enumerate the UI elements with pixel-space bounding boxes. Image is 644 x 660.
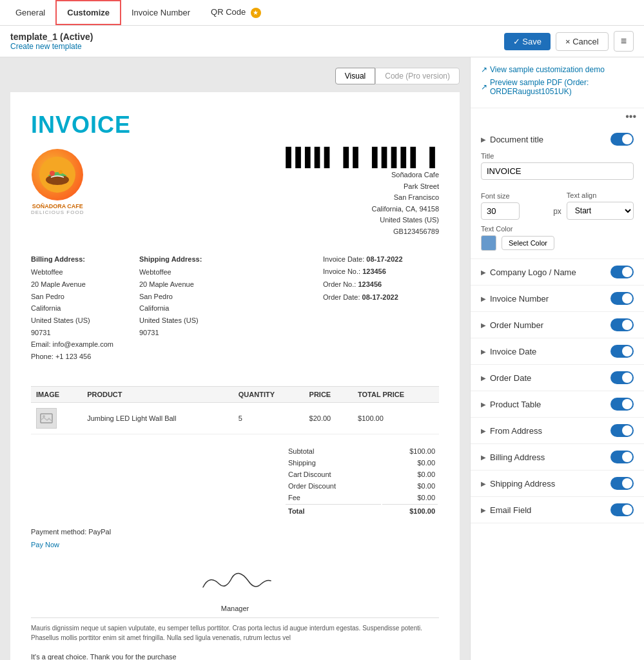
text-align-label: Text align — [567, 191, 634, 199]
billing-line: California — [31, 302, 113, 315]
total-row: Order Discount $0.00 — [286, 481, 438, 491]
col-product: PRODUCT — [82, 386, 233, 402]
settings-links: ↗ View sample customization demo ↗ Previ… — [471, 57, 644, 108]
company-name: SOÑADORA CAFE — [32, 203, 83, 209]
chevron-right-icon: ▶ — [481, 136, 486, 143]
select-color-button[interactable]: Select Color — [502, 236, 554, 250]
shipping-line: California — [139, 302, 202, 315]
addresses: Billing Address: Webtoffee 20 Maple Aven… — [31, 253, 202, 363]
document-title-toggle[interactable] — [610, 133, 634, 146]
section-item-invoice_number[interactable]: ▶ Invoice Number — [471, 286, 644, 312]
invoice-detail-row: Order No.: 123456 — [323, 278, 439, 291]
preview-sample-link[interactable]: ↗ Preview sample PDF (Order: ORDERaugust… — [481, 78, 634, 96]
product-total: $100.00 — [353, 402, 439, 434]
addresses-section: Billing Address: Webtoffee 20 Maple Aven… — [31, 253, 439, 376]
col-image: IMAGE — [31, 386, 82, 402]
product-table: IMAGE PRODUCT QUANTITY PRICE TOTAL PRICE — [31, 386, 439, 434]
section-item-label: ▶ Invoice Date — [481, 347, 536, 356]
document-title-header[interactable]: ▶ Document title — [481, 133, 634, 146]
view-sample-link[interactable]: ↗ View sample customization demo — [481, 65, 634, 74]
billing-line: Email: info@example.com — [31, 338, 113, 351]
company-subtitle: DELICIOUS FOOD — [31, 209, 84, 215]
chevron-right-icon: ▶ — [481, 374, 486, 382]
billing-line: San Pedro — [31, 291, 113, 303]
font-size-label: Font size — [481, 192, 548, 200]
section-item-billing_address[interactable]: ▶ Billing Address — [471, 444, 644, 471]
total-value: $0.00 — [382, 492, 438, 503]
more-options-button[interactable]: ••• — [471, 108, 644, 125]
section-toggle-email_field[interactable] — [610, 503, 634, 516]
section-item-company_logo_name[interactable]: ▶ Company Logo / Name — [471, 259, 644, 286]
signature-area: Manager — [31, 561, 439, 612]
document-title-section: ▶ Document title Title Font size px Text… — [471, 125, 644, 259]
section-toggle-billing_address[interactable] — [610, 451, 634, 463]
footer-text: Mauris dignissim neque ut sapien vulputa… — [31, 617, 439, 643]
section-item-invoice_date[interactable]: ▶ Invoice Date — [471, 338, 644, 365]
chevron-right-icon: ▶ — [481, 269, 486, 276]
section-toggle-order_number[interactable] — [610, 318, 634, 331]
section-item-from_address[interactable]: ▶ From Address — [471, 418, 644, 444]
logo-image — [32, 149, 83, 200]
external-link-icon: ↗ — [481, 82, 487, 92]
menu-button[interactable]: ≡ — [614, 31, 634, 52]
signature-label: Manager — [31, 605, 439, 612]
invoice-date: 08-17-2022 — [366, 255, 402, 263]
template-name: template_1 (Active) — [10, 32, 93, 42]
section-item-shipping_address[interactable]: ▶ Shipping Address — [471, 471, 644, 497]
product-price: $20.00 — [304, 402, 353, 434]
tab-customize[interactable]: Customize — [55, 0, 121, 25]
barcode: ▌▌▌▌▌ ▌▌ ▌▌▌▌▌ ▌ — [286, 149, 439, 167]
save-button[interactable]: ✓ Save — [504, 33, 551, 50]
section-toggle-company_logo_name[interactable] — [610, 266, 634, 278]
text-color-label: Text Color — [481, 225, 634, 233]
billing-line: Phone: +1 123 456 — [31, 351, 113, 363]
pay-now-link[interactable]: Pay Now — [31, 541, 439, 548]
title-input[interactable] — [481, 162, 634, 180]
product-name: Jumbing LED Light Wall Ball — [82, 402, 233, 434]
order-no: 123456 — [358, 280, 382, 288]
billing-line: 20 Maple Avenue — [31, 278, 113, 291]
company-info-line: San Francisco — [286, 192, 439, 204]
company-info: Soñadora Cafe Park Street San Francisco … — [286, 170, 439, 238]
company-info-line: California, CA, 94158 — [286, 204, 439, 215]
tab-qr-code[interactable]: QR Code ★ — [200, 1, 271, 24]
font-size-input[interactable] — [481, 202, 520, 220]
text-align-select[interactable]: Start — [567, 202, 634, 220]
qr-badge: ★ — [251, 8, 261, 18]
section-toggle-order_date[interactable] — [610, 371, 634, 384]
logo-svg — [38, 155, 77, 194]
title-field-label: Title — [481, 152, 634, 160]
total-row: Cart Discount $0.00 — [286, 469, 438, 480]
section-toggle-shipping_address[interactable] — [610, 477, 634, 490]
grand-total-label: Total — [286, 504, 381, 516]
tab-code[interactable]: Code (Pro version) — [375, 68, 460, 84]
product-image-placeholder — [36, 408, 57, 429]
section-item-order_number[interactable]: ▶ Order Number — [471, 312, 644, 338]
section-toggle-invoice_date[interactable] — [610, 345, 634, 358]
tab-visual[interactable]: Visual — [335, 68, 375, 84]
section-item-product_table[interactable]: ▶ Product Table — [471, 391, 644, 418]
section-toggle-product_table[interactable] — [610, 398, 634, 411]
table-row: Jumbing LED Light Wall Ball 5 $20.00 $10… — [31, 402, 439, 434]
svg-point-2 — [50, 171, 55, 176]
tab-general[interactable]: General — [5, 1, 55, 24]
section-item-label: ▶ Shipping Address — [481, 479, 555, 489]
color-swatch[interactable] — [481, 235, 496, 251]
totals-table: Subtotal $100.00 Shipping $0.00 Cart Dis… — [284, 445, 439, 518]
company-info-line: Soñadora Cafe — [286, 170, 439, 181]
footer-note: It's a great choice. Thank you for the p… — [31, 653, 439, 660]
cancel-button[interactable]: × Cancel — [556, 32, 609, 51]
company-info-line: GB123456789 — [286, 226, 439, 238]
text-align-group: Text align Start — [567, 191, 634, 220]
chevron-right-icon: ▶ — [481, 401, 486, 408]
create-new-template-link[interactable]: Create new template — [10, 42, 93, 51]
invoice-detail-row: Invoice No.: 123456 — [323, 266, 439, 278]
external-link-icon: ↗ — [481, 65, 487, 74]
section-toggle-invoice_number[interactable] — [610, 292, 634, 305]
tab-invoice-number[interactable]: Invoice Number — [121, 1, 200, 24]
invoice-no: 123456 — [362, 267, 386, 275]
section-item-email_field[interactable]: ▶ Email Field — [471, 497, 644, 523]
title-field-group: Title — [481, 152, 634, 180]
section-toggle-from_address[interactable] — [610, 424, 634, 437]
section-item-order_date[interactable]: ▶ Order Date — [471, 365, 644, 391]
